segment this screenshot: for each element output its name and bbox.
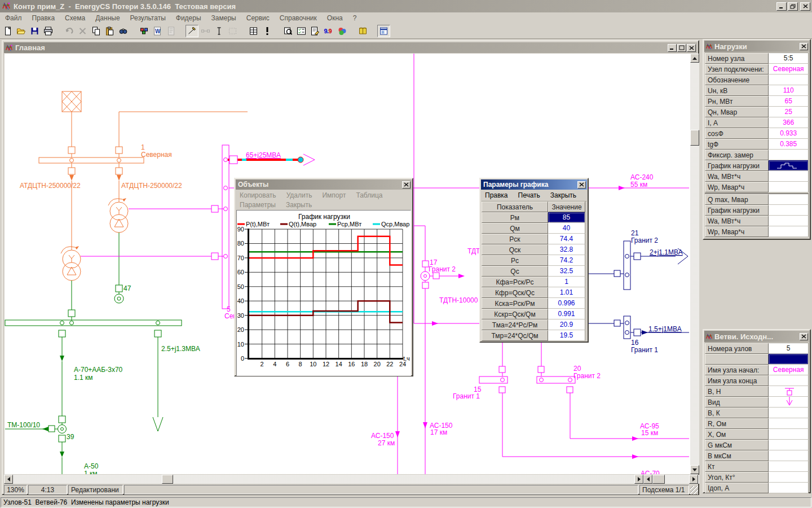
branches-row-value[interactable] <box>769 408 809 418</box>
graph-params-titlebar[interactable]: Парамеры графика <box>481 179 587 190</box>
graph-params-row-label[interactable]: Кфр=Qск/Qс <box>482 287 548 298</box>
graph-params-row[interactable]: Кскр=Qск/Qм0.991 <box>482 309 586 319</box>
branches-row-label[interactable]: G мкСм <box>705 440 769 450</box>
mdi-close-button[interactable] <box>687 44 696 52</box>
branches-row[interactable]: Угол, Кт° <box>705 472 809 483</box>
branches-row[interactable]: Iдоп, А <box>705 483 809 493</box>
branches-row[interactable]: X, Ом <box>705 429 809 440</box>
branches-row[interactable]: Имя узла конца <box>705 375 809 386</box>
branches-row-label[interactable]: В, К <box>705 408 769 418</box>
loads-extra-row[interactable]: Wp, Мвар*ч <box>705 226 809 237</box>
branches-row[interactable]: В, К <box>705 408 809 418</box>
loads-extra-row-label[interactable]: Wp, Мвар*ч <box>705 226 769 237</box>
results-digits-button[interactable]: 99 <box>322 25 335 37</box>
objects-menu-item2-1[interactable]: Закрыть <box>281 201 317 209</box>
loads-row-label[interactable]: Фиксир. замер <box>705 150 769 160</box>
table-button[interactable] <box>247 25 260 37</box>
graph-params-row-label[interactable]: Кска=Рск/Рм <box>482 298 548 309</box>
branches-row-label[interactable]: X, Ом <box>705 429 769 440</box>
hscroll-thumb[interactable] <box>162 475 173 484</box>
graph-params-row-value[interactable]: 0.991 <box>548 309 585 319</box>
menu-item-help[interactable]: ? <box>348 13 362 23</box>
hscroll2-thumb[interactable] <box>652 475 665 484</box>
graph-params-row[interactable]: Кска=Рск/Рм0.996 <box>482 298 586 309</box>
graph-params-row-value[interactable]: 40 <box>548 223 585 234</box>
objects-window[interactable]: Объекты КопироватьУдалитьИмпортТаблица П… <box>234 178 413 376</box>
loads-row-value[interactable] <box>769 182 809 192</box>
objects-titlebar[interactable]: Объекты <box>236 179 412 190</box>
branches-row-value[interactable]: 5 <box>769 343 809 354</box>
graph-params-row-label[interactable]: Рм <box>482 212 548 223</box>
loads-row-value[interactable] <box>769 75 809 85</box>
loads-extra-row[interactable]: Q max, Мвар <box>705 194 809 205</box>
branches-panel-close-icon[interactable] <box>800 333 808 340</box>
branches-row-label[interactable]: Кт <box>705 461 769 472</box>
panel-toggle-button[interactable] <box>377 25 390 37</box>
draw-line-button[interactable] <box>186 25 198 37</box>
export-text-button[interactable] <box>165 25 178 37</box>
restore-button[interactable] <box>788 2 798 11</box>
menu-item-results[interactable]: Результаты <box>125 13 171 23</box>
export-image-button[interactable] <box>138 25 151 37</box>
branches-row-value[interactable] <box>769 429 809 440</box>
menu-item-scheme[interactable]: Схема <box>60 13 90 23</box>
loads-row[interactable]: Qн, Мвар25 <box>705 107 809 117</box>
loads-row-value[interactable]: 366 <box>769 117 809 128</box>
graph-params-menu-item-2[interactable]: Закрыть <box>546 191 582 199</box>
graph-params-row-label[interactable]: Тма=24*Рс/Рм <box>482 319 548 330</box>
graph-params-row-value[interactable]: 19.5 <box>548 330 585 341</box>
mdi-minimize-button[interactable] <box>668 44 677 52</box>
zoom-window-button[interactable] <box>281 25 294 37</box>
branches-row-label[interactable]: Угол, Кт° <box>705 472 769 483</box>
graph-params-row-label[interactable]: Qск <box>482 244 548 255</box>
loads-row-value[interactable] <box>769 171 809 182</box>
graph-params-row-value[interactable]: 1 <box>548 277 585 287</box>
graph-params-row-label[interactable]: Рс <box>482 255 548 266</box>
titlebar[interactable]: Контр прим_Z - EnergyCS Потери 3.5.0.146… <box>0 0 812 12</box>
menu-item-feeders[interactable]: Фидеры <box>171 13 206 23</box>
loads-row-value[interactable]: 65 <box>769 96 809 107</box>
graph-params-row-label[interactable]: Рск <box>482 234 548 244</box>
branches-row-value[interactable] <box>769 461 809 472</box>
graph-params-row[interactable]: Qс32.5 <box>482 266 586 277</box>
new-file-button[interactable] <box>1 25 14 37</box>
scroll-up-icon[interactable] <box>690 54 699 63</box>
graph-params-row[interactable]: Кфа=Рск/Рс1 <box>482 277 586 287</box>
loads-extra-row-label[interactable]: Q max, Мвар <box>705 194 769 205</box>
graph-params-row-value[interactable]: 32.5 <box>548 266 585 277</box>
schematic-canvas[interactable]: 1СевернаяАТДЦТН-250000/22АТДЦТН-250000/2… <box>5 54 690 474</box>
menu-item-service[interactable]: Сервис <box>241 13 275 23</box>
objects-menu-item-3[interactable]: Таблица <box>351 191 388 199</box>
loads-row-value[interactable]: 5:5 <box>769 53 809 64</box>
menu-item-measurements[interactable]: Замеры <box>206 13 241 23</box>
loads-row-label[interactable]: Wp, Мвар*ч <box>705 182 769 192</box>
branches-row[interactable]: R, Ом <box>705 418 809 429</box>
loads-row-value[interactable]: Северная <box>769 64 809 75</box>
objects-close-icon[interactable] <box>402 181 411 189</box>
loads-row[interactable]: Узел подключени:Северная <box>705 64 809 75</box>
graph-params-row[interactable]: ПоказательЗначение <box>482 202 586 212</box>
loads-row[interactable]: cosФ0.933 <box>705 128 809 139</box>
loads-row[interactable]: Обозначение <box>705 75 809 85</box>
loads-extra-row-label[interactable]: Wa, МВт*ч <box>705 216 769 226</box>
loads-extra-row-value[interactable] <box>769 194 809 205</box>
objects-menu-item-1[interactable]: Удалить <box>282 191 318 199</box>
loads-row-label[interactable]: Рн, МВт <box>705 96 769 107</box>
objects-menu-item-0[interactable]: Копировать <box>235 191 282 199</box>
branches-row-value[interactable] <box>769 483 809 493</box>
options-button[interactable] <box>295 25 308 37</box>
scroll-left-icon[interactable] <box>4 475 13 484</box>
loads-panel-titlebar[interactable]: Нагрузки <box>704 41 809 52</box>
branches-row[interactable]: Вид <box>705 397 809 408</box>
loads-extra-row-value[interactable] <box>769 226 809 237</box>
graph-params-row[interactable]: Тма=24*Рс/Рм20.9 <box>482 319 586 330</box>
graph-params-row-label[interactable]: Кскр=Qск/Qм <box>482 309 548 319</box>
branches-row-label[interactable]: Вид <box>705 397 769 408</box>
graph-params-row[interactable]: Рм85 <box>482 212 586 223</box>
graph-params-row-value[interactable]: 0.996 <box>548 298 585 309</box>
menu-item-file[interactable]: Файл <box>0 13 27 23</box>
branches-row-label[interactable]: Имя узла начал: <box>705 365 769 375</box>
branches-row-value[interactable] <box>769 375 809 386</box>
loads-row[interactable]: График нагрузки <box>705 160 809 171</box>
loads-row-label[interactable]: cosФ <box>705 128 769 139</box>
